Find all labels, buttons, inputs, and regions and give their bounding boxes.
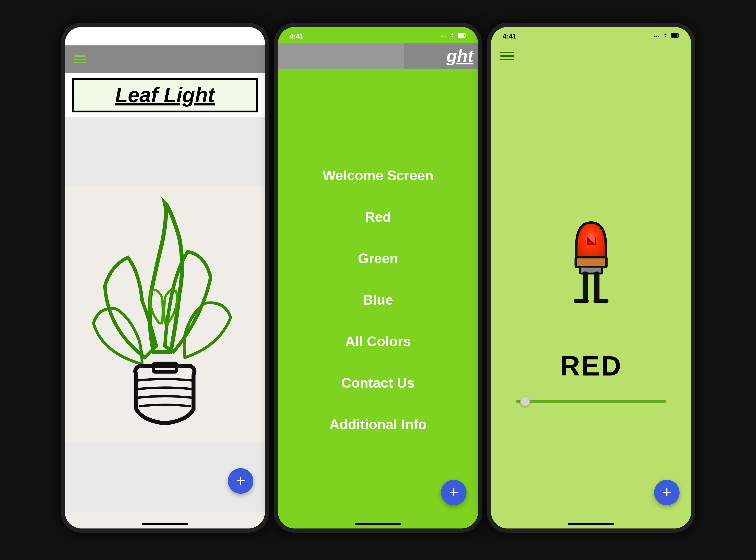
- battery-icon: [458, 33, 466, 40]
- home-bar: [142, 523, 188, 525]
- red-screen-content: RED +: [491, 43, 691, 528]
- svg-rect-7: [678, 35, 679, 36]
- svg-rect-10: [583, 272, 588, 302]
- status-bar-red: 4:41 ▪▪▪: [491, 27, 691, 43]
- home-indicator-red: [491, 512, 691, 528]
- home-bar-menu: [355, 523, 401, 525]
- status-time-menu: 4:41: [290, 32, 303, 40]
- svg-rect-11: [594, 272, 599, 302]
- battery-icon-red: [671, 33, 679, 40]
- menu-item-red[interactable]: Red: [278, 196, 478, 238]
- fab-icon: +: [236, 473, 246, 488]
- status-icons-menu: ▪▪▪: [441, 33, 466, 40]
- menu-header-bg: ght: [278, 43, 478, 68]
- plant-drawing: +: [65, 117, 265, 512]
- menu-screen-content: ght Welcome Screen Red Green Blue All Co…: [278, 43, 478, 528]
- home-bar-red: [568, 523, 614, 525]
- svg-rect-13: [594, 299, 608, 303]
- status-icons-red: ▪▪▪: [654, 33, 679, 40]
- phone-menu: 4:41 ▪▪▪: [274, 23, 482, 533]
- wifi-icon-red: [662, 33, 669, 40]
- signal-icon-red: ▪▪▪: [654, 33, 660, 39]
- fab-button-menu[interactable]: +: [441, 480, 466, 505]
- led-illustration: [554, 206, 628, 303]
- fab-button-red[interactable]: +: [654, 480, 679, 505]
- menu-item-blue[interactable]: Blue: [278, 279, 478, 321]
- menu-items-list: Welcome Screen Red Green Blue All Colors…: [278, 68, 478, 512]
- svg-rect-6: [672, 34, 677, 37]
- menu-item-green[interactable]: Green: [278, 238, 478, 279]
- phone-red: 4:41 ▪▪▪: [487, 23, 695, 533]
- phone-welcome: Leaf Light: [61, 23, 269, 533]
- menu-item-contact[interactable]: Contact Us: [278, 362, 478, 403]
- svg-rect-14: [595, 237, 596, 245]
- led-display-area: RED: [491, 68, 691, 512]
- logo-text: Leaf Light: [115, 83, 215, 107]
- fab-icon-menu: +: [449, 484, 459, 500]
- logo-container: Leaf Light: [72, 78, 258, 113]
- welcome-screen-content: Leaf Light: [65, 45, 265, 528]
- partial-logo: ght: [404, 43, 478, 68]
- hamburger-icon-red[interactable]: [500, 52, 514, 60]
- wifi-icon: [449, 33, 456, 40]
- menu-item-allcolors[interactable]: All Colors: [278, 321, 478, 362]
- welcome-header: [65, 45, 265, 73]
- red-header: [491, 43, 691, 68]
- led-svg: [533, 174, 649, 336]
- plant-illustration: [65, 117, 265, 512]
- slider-thumb[interactable]: [521, 397, 530, 406]
- signal-icon: ▪▪▪: [441, 33, 446, 39]
- home-indicator: [65, 512, 265, 528]
- screens-container: Leaf Light: [51, 14, 705, 546]
- status-time-red: 4:41: [503, 32, 517, 40]
- hamburger-menu-icon[interactable]: [74, 55, 86, 63]
- slider-container[interactable]: [516, 396, 666, 407]
- svg-rect-4: [465, 35, 466, 36]
- status-bar-menu: 4:41 ▪▪▪: [278, 27, 478, 43]
- partial-logo-text: ght: [446, 46, 474, 66]
- svg-rect-12: [574, 299, 589, 303]
- menu-item-additional[interactable]: Additional Info: [278, 403, 478, 445]
- fab-button[interactable]: +: [228, 468, 253, 494]
- red-label: RED: [560, 350, 622, 382]
- svg-rect-3: [459, 34, 464, 37]
- home-indicator-menu: [278, 512, 478, 528]
- phone1-topbar: [65, 27, 265, 45]
- slider-track[interactable]: [516, 400, 666, 403]
- fab-icon-red: +: [662, 484, 672, 500]
- menu-item-welcome[interactable]: Welcome Screen: [278, 155, 478, 196]
